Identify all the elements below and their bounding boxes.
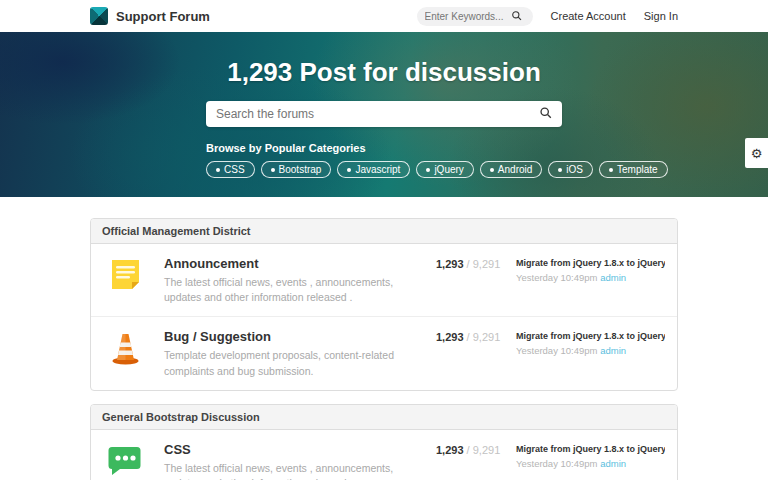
settings-button[interactable]: ⚙ bbox=[745, 138, 768, 168]
navbar-search[interactable] bbox=[417, 7, 533, 26]
section-header: General Bootstrap Discussion bbox=[91, 405, 677, 430]
latest-post: Migrate from jQuery 1.8.x to jQuery 2.0.… bbox=[516, 256, 665, 305]
category-pill-label: Javascript bbox=[355, 164, 400, 175]
category-pill-label: Bootstrap bbox=[279, 164, 322, 175]
brand-name: Support Forum bbox=[116, 9, 210, 24]
forum-description: Template development proposals, content-… bbox=[164, 348, 424, 378]
forum-stats: 1,293 / 9,291 bbox=[436, 442, 516, 480]
bullet-dot-icon bbox=[216, 168, 220, 172]
forum-search[interactable] bbox=[206, 101, 562, 127]
chat-bubble-icon bbox=[107, 442, 144, 479]
category-pill-label: iOS bbox=[566, 164, 583, 175]
category-pill-label: jQuery bbox=[434, 164, 463, 175]
latest-post: Migrate from jQuery 1.8.x to jQuery 2.0.… bbox=[516, 329, 665, 378]
latest-post-title[interactable]: Migrate from jQuery 1.8.x to jQuery 2.0.… bbox=[516, 258, 665, 268]
latest-post-meta: Yesterday 10:49pm admin bbox=[516, 272, 665, 283]
forum-title[interactable]: CSS bbox=[164, 442, 424, 457]
top-navbar: Support Forum Create Account Sign In bbox=[0, 0, 768, 32]
bullet-dot-icon bbox=[558, 168, 562, 172]
latest-post-author-link[interactable]: admin bbox=[600, 272, 626, 283]
forum-stats: 1,293 / 9,291 bbox=[436, 329, 516, 378]
reply-count: 9,291 bbox=[473, 444, 501, 456]
hero-banner: 1,293 Post for discussion Browse by Popu… bbox=[0, 32, 768, 197]
category-pill-template[interactable]: Template bbox=[599, 161, 668, 178]
forum-description: The latest official news, events , annou… bbox=[164, 275, 424, 305]
search-icon[interactable] bbox=[539, 105, 552, 123]
stat-separator: / bbox=[467, 258, 470, 270]
bullet-dot-icon bbox=[609, 168, 613, 172]
latest-post-meta: Yesterday 10:49pm admin bbox=[516, 345, 665, 356]
category-pill-label: Android bbox=[498, 164, 532, 175]
sign-in-link[interactable]: Sign In bbox=[644, 10, 678, 22]
forum-search-input[interactable] bbox=[216, 107, 539, 121]
forum-row-announcement[interactable]: Announcement The latest official news, e… bbox=[91, 244, 677, 317]
forum-title[interactable]: Announcement bbox=[164, 256, 424, 271]
forum-stats: 1,293 / 9,291 bbox=[436, 256, 516, 305]
forum-content: Official Management District Announcemen… bbox=[90, 218, 678, 480]
latest-post-time: Yesterday 10:49pm bbox=[516, 272, 598, 283]
forum-description: The latest official news, events , annou… bbox=[164, 461, 424, 480]
create-account-link[interactable]: Create Account bbox=[551, 10, 626, 22]
bullet-dot-icon bbox=[426, 168, 430, 172]
stat-separator: / bbox=[467, 331, 470, 343]
forum-row-bug-suggestion[interactable]: Bug / Suggestion Template development pr… bbox=[91, 317, 677, 389]
stat-separator: / bbox=[467, 444, 470, 456]
category-pill-css[interactable]: CSS bbox=[206, 161, 255, 178]
section-general-bootstrap: General Bootstrap Discussion CSS The lat… bbox=[90, 404, 678, 480]
browse-categories-label: Browse by Popular Categories bbox=[206, 142, 562, 154]
post-count: 1,293 bbox=[436, 331, 464, 343]
category-pill-javascript[interactable]: Javascript bbox=[337, 161, 410, 178]
latest-post-time: Yesterday 10:49pm bbox=[516, 345, 598, 356]
post-count: 1,293 bbox=[436, 444, 464, 456]
brand-logo-icon bbox=[90, 7, 108, 25]
reply-count: 9,291 bbox=[473, 331, 501, 343]
post-count: 1,293 bbox=[436, 258, 464, 270]
navbar-search-input[interactable] bbox=[425, 11, 511, 22]
sticky-note-icon bbox=[107, 256, 144, 293]
category-pill-android[interactable]: Android bbox=[480, 161, 542, 178]
latest-post-author-link[interactable]: admin bbox=[600, 458, 626, 469]
latest-post-meta: Yesterday 10:49pm admin bbox=[516, 458, 665, 469]
category-pill-jquery[interactable]: jQuery bbox=[416, 161, 473, 178]
search-icon[interactable] bbox=[511, 7, 522, 25]
bullet-dot-icon bbox=[271, 168, 275, 172]
latest-post-title[interactable]: Migrate from jQuery 1.8.x to jQuery 2.0.… bbox=[516, 444, 665, 454]
hero-title: 1,293 Post for discussion bbox=[206, 57, 562, 88]
gear-icon: ⚙ bbox=[751, 146, 763, 161]
category-pills: CSS Bootstrap Javascript jQuery Android … bbox=[206, 161, 562, 178]
category-pill-bootstrap[interactable]: Bootstrap bbox=[261, 161, 332, 178]
latest-post: Migrate from jQuery 1.8.x to jQuery 2.0.… bbox=[516, 442, 665, 480]
section-header: Official Management District bbox=[91, 219, 677, 244]
latest-post-author-link[interactable]: admin bbox=[600, 345, 626, 356]
bullet-dot-icon bbox=[347, 168, 351, 172]
brand[interactable]: Support Forum bbox=[90, 7, 210, 25]
forum-row-css[interactable]: CSS The latest official news, events , a… bbox=[91, 430, 677, 480]
traffic-cone-icon bbox=[107, 329, 144, 366]
category-pill-label: CSS bbox=[224, 164, 245, 175]
latest-post-time: Yesterday 10:49pm bbox=[516, 458, 598, 469]
latest-post-title[interactable]: Migrate from jQuery 1.8.x to jQuery 2.0.… bbox=[516, 331, 665, 341]
forum-title[interactable]: Bug / Suggestion bbox=[164, 329, 424, 344]
category-pill-ios[interactable]: iOS bbox=[548, 161, 593, 178]
section-official-management: Official Management District Announcemen… bbox=[90, 218, 678, 391]
reply-count: 9,291 bbox=[473, 258, 501, 270]
category-pill-label: Template bbox=[617, 164, 658, 175]
bullet-dot-icon bbox=[490, 168, 494, 172]
